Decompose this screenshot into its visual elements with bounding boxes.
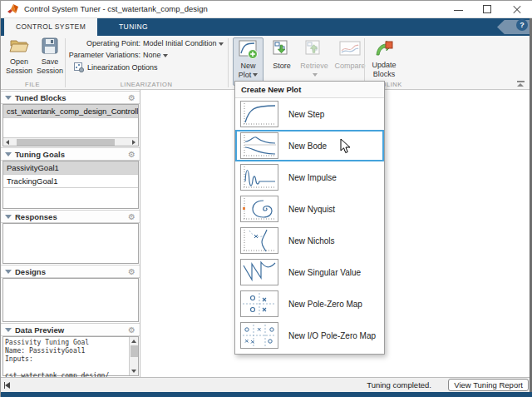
operating-point-dropdown[interactable]: Operating Point:Model Initial Condition <box>67 39 224 47</box>
retrieve-icon <box>305 52 323 60</box>
panel-header-responses[interactable]: Responses ⚙ <box>1 210 140 223</box>
tuning-goals-list: PassivityGoal1 TrackingGoal1 <box>2 161 139 209</box>
menu-item-label: New Step <box>288 110 324 119</box>
scroll-left-icon[interactable] <box>6 140 9 145</box>
window-title: Control System Tuner - cst_watertank_com… <box>24 4 208 13</box>
new-plot-icon <box>239 53 259 62</box>
collapse-triangle-icon <box>5 270 12 274</box>
store-icon <box>273 52 291 60</box>
list-item[interactable]: cst_watertank_comp_design_Controller <box>3 105 138 118</box>
skip-to-start-icon[interactable] <box>4 380 10 390</box>
menu-item-label: New Bode <box>288 141 327 151</box>
minimize-button[interactable] <box>445 1 473 18</box>
create-new-plot-menu: Create New Plot New Step <box>234 81 385 355</box>
status-bar: Tuning completed. View Tuning Report <box>1 377 532 392</box>
menu-item-label: New Singular Value <box>288 268 361 277</box>
file-group-label: FILE <box>1 81 64 88</box>
list-item[interactable]: TrackingGoal1 <box>3 175 138 188</box>
pole-zero-map-icon <box>240 290 278 317</box>
responses-list <box>2 223 139 264</box>
step-plot-icon <box>240 101 278 127</box>
save-floppy-icon <box>42 47 58 56</box>
open-session-button[interactable]: Open Session <box>6 37 32 76</box>
tab-control-system[interactable]: CONTROL SYSTEM <box>4 18 97 36</box>
tab-tuning[interactable]: TUNING <box>107 18 160 36</box>
minimize-ribbon-icon[interactable] <box>515 81 525 87</box>
collapse-triangle-icon <box>5 328 12 332</box>
chevron-down-icon <box>253 73 258 77</box>
menu-item-new-impulse[interactable]: New Impulse <box>235 161 384 193</box>
menu-item-label: New Impulse <box>288 173 337 182</box>
close-button[interactable] <box>503 1 531 18</box>
gear-icon[interactable]: ⚙ <box>128 148 135 161</box>
scroll-down-icon[interactable] <box>131 370 136 373</box>
collapse-triangle-icon <box>5 96 12 100</box>
retrieve-button: Retrieve <box>297 37 332 79</box>
scrollbar-thumb[interactable] <box>131 345 138 357</box>
scroll-right-icon[interactable] <box>132 140 135 145</box>
collapse-triangle-icon <box>5 215 12 219</box>
gear-icon[interactable]: ⚙ <box>128 265 135 278</box>
panel-title: Tuning Goals <box>15 150 65 159</box>
open-folder-icon <box>9 47 29 56</box>
title-bar: Control System Tuner - cst_watertank_com… <box>1 1 532 18</box>
menu-item-label: New Nyquist <box>288 205 335 214</box>
vertical-scrollbar[interactable] <box>129 337 138 375</box>
horizontal-scrollbar[interactable] <box>3 137 138 146</box>
gear-icon[interactable]: ⚙ <box>128 324 135 336</box>
new-plot-button[interactable]: New Plot <box>233 37 264 86</box>
menu-item-new-bode[interactable]: New Bode <box>235 130 384 161</box>
maximize-button[interactable] <box>474 1 502 18</box>
mouse-cursor <box>340 138 351 157</box>
view-tuning-report-button[interactable]: View Tuning Report <box>448 379 529 391</box>
linearization-options-label: Linearization Options <box>87 63 158 72</box>
chevron-down-icon <box>219 42 224 46</box>
retrieve-label: Retrieve <box>297 62 332 71</box>
scroll-up-icon[interactable] <box>131 340 136 343</box>
operating-point-value: Model Initial Condition <box>143 39 217 47</box>
menu-item-label: New I/O Pole-Zero Map <box>288 331 376 340</box>
data-preview-box: Passivity Tuning Goal Name: PassivityGoa… <box>2 336 139 376</box>
nichols-plot-icon <box>240 227 278 254</box>
menu-item-new-io-pole-zero-map[interactable]: New I/O Pole-Zero Map <box>235 320 384 351</box>
menu-item-new-singular-value[interactable]: New Singular Value <box>235 256 384 288</box>
panel-header-data-preview[interactable]: Data Preview ⚙ <box>1 323 140 336</box>
linearization-options-button[interactable]: Linearization Options <box>74 62 158 74</box>
menu-item-new-nichols[interactable]: New Nichols <box>235 225 384 256</box>
scrollbar-thumb[interactable] <box>17 139 115 146</box>
panel-title: Responses <box>15 212 57 221</box>
chevron-down-icon <box>163 54 168 57</box>
matlab-logo-icon <box>7 3 19 18</box>
operating-point-label: Operating Point: <box>67 39 140 47</box>
ribbon-tab-strip: CONTROL SYSTEM TUNING ? <box>1 18 532 36</box>
update-blocks-label: Update Blocks <box>367 61 401 79</box>
panel-header-designs[interactable]: Designs ⚙ <box>1 265 140 278</box>
panel-title: Data Preview <box>15 325 64 335</box>
compare-button: Compare <box>332 37 368 71</box>
control-system-tuner-window: Control System Tuner - cst_watertank_com… <box>0 0 532 397</box>
list-item[interactable]: PassivityGoal1 <box>3 161 138 175</box>
update-blocks-icon <box>375 51 393 59</box>
parameter-variations-dropdown[interactable]: Parameter Variations:None <box>67 51 168 59</box>
update-blocks-button[interactable]: Update Blocks <box>367 37 401 79</box>
gear-icon[interactable]: ⚙ <box>128 211 135 223</box>
menu-header: Create New Plot <box>235 82 384 98</box>
menu-item-label: New Nichols <box>288 236 335 246</box>
help-button[interactable]: ? <box>516 19 528 31</box>
sidebar: Tuned Blocks ⚙ cst_watertank_comp_design… <box>1 90 140 377</box>
save-session-button[interactable]: Save Session <box>36 37 64 76</box>
window-bottom-edge <box>1 392 532 397</box>
bode-plot-icon <box>240 132 278 159</box>
panel-header-tuned-blocks[interactable]: Tuned Blocks ⚙ <box>1 91 140 104</box>
nyquist-plot-icon <box>240 196 278 222</box>
menu-item-new-step[interactable]: New Step <box>235 98 384 130</box>
io-pole-zero-map-icon <box>240 322 278 349</box>
gear-icon[interactable]: ⚙ <box>128 92 135 104</box>
singular-value-plot-icon <box>240 259 278 285</box>
menu-item-new-nyquist[interactable]: New Nyquist <box>235 193 384 225</box>
store-button[interactable]: Store <box>268 37 295 71</box>
panel-header-tuning-goals[interactable]: Tuning Goals ⚙ <box>1 147 140 161</box>
panel-title: Designs <box>15 267 46 276</box>
menu-item-new-pole-zero-map[interactable]: New Pole-Zero Map <box>235 288 384 320</box>
linearization-group-label: LINEARIZATION <box>66 81 227 88</box>
